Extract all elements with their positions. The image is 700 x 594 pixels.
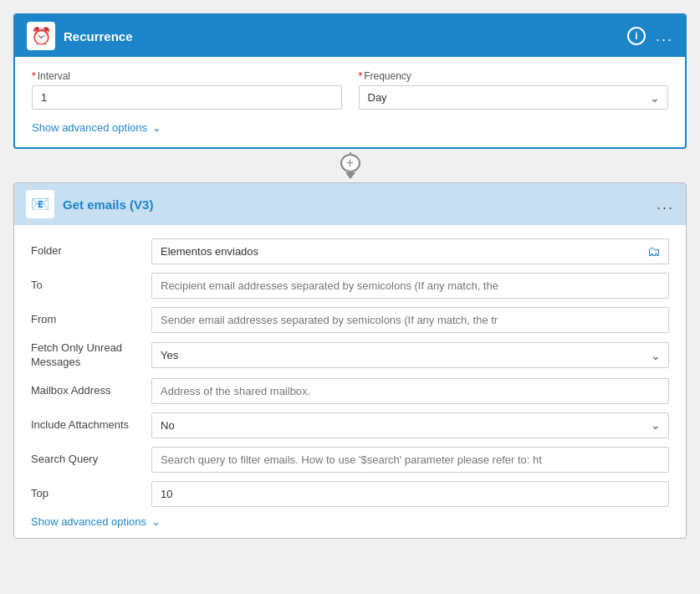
- recurrence-advanced-chevron-icon: ⌄: [152, 121, 161, 134]
- fetch-unread-select-wrapper: Yes No ⌄: [151, 342, 669, 368]
- get-emails-icon-box: 📧: [26, 190, 54, 218]
- search-query-control: [151, 447, 669, 473]
- plus-icon: +: [346, 156, 354, 171]
- frequency-select[interactable]: Day Hour Minute Month Week: [359, 85, 669, 110]
- recurrence-header: ⏰ Recurrence i ...: [15, 15, 685, 57]
- get-emails-header-actions: ...: [657, 196, 674, 213]
- mailbox-input[interactable]: [151, 378, 669, 404]
- to-input[interactable]: [151, 273, 669, 299]
- get-emails-show-advanced-button[interactable]: Show advanced options ⌄: [31, 515, 161, 528]
- recurrence-body: *Interval *Frequency Day Hour Minute Mon…: [15, 57, 685, 147]
- top-input[interactable]: [151, 481, 669, 507]
- to-row: To: [31, 273, 669, 299]
- include-attachments-label: Include Attachments: [31, 418, 140, 433]
- fetch-unread-label: Fetch Only Unread Messages: [31, 341, 140, 370]
- outlook-icon: 📧: [31, 195, 49, 213]
- interval-input[interactable]: [32, 85, 342, 110]
- fetch-unread-row: Fetch Only Unread Messages Yes No ⌄: [31, 341, 669, 370]
- connector: +: [13, 149, 687, 182]
- from-input[interactable]: [151, 307, 669, 333]
- search-query-label: Search Query: [31, 453, 140, 467]
- connector-arrow: [345, 172, 355, 179]
- from-row: From: [31, 307, 669, 333]
- search-query-row: Search Query: [31, 447, 669, 473]
- recurrence-header-left: ⏰ Recurrence: [27, 22, 133, 50]
- recurrence-fields-row: *Interval *Frequency Day Hour Minute Mon…: [32, 70, 668, 110]
- get-emails-header-left: 📧 Get emails (V3): [26, 190, 153, 218]
- add-step-button[interactable]: +: [340, 154, 360, 172]
- recurrence-show-advanced-label: Show advanced options: [32, 121, 147, 134]
- top-control: [151, 481, 669, 507]
- folder-label: Folder: [31, 244, 140, 259]
- recurrence-title: Recurrence: [64, 29, 133, 44]
- top-label: Top: [31, 487, 140, 501]
- get-emails-header: 📧 Get emails (V3) ...: [14, 183, 686, 225]
- get-emails-title: Get emails (V3): [63, 197, 153, 212]
- fetch-unread-select[interactable]: Yes No: [151, 342, 669, 368]
- mailbox-control: [151, 378, 669, 404]
- folder-control: 🗂: [151, 238, 669, 264]
- frequency-label: *Frequency: [359, 70, 669, 82]
- frequency-select-wrapper: Day Hour Minute Month Week ⌄: [359, 85, 669, 110]
- fetch-unread-control: Yes No ⌄: [151, 342, 669, 368]
- get-emails-card: 📧 Get emails (V3) ... Folder 🗂 To From: [13, 182, 687, 539]
- to-control: [151, 273, 669, 299]
- include-attachments-select[interactable]: No Yes: [151, 412, 669, 438]
- get-emails-show-advanced-label: Show advanced options: [31, 515, 146, 528]
- mailbox-label: Mailbox Address: [31, 384, 140, 398]
- interval-group: *Interval: [32, 70, 342, 110]
- mailbox-row: Mailbox Address: [31, 378, 669, 404]
- interval-required: *: [32, 70, 36, 82]
- include-attachments-row: Include Attachments No Yes ⌄: [31, 412, 669, 438]
- frequency-group: *Frequency Day Hour Minute Month Week ⌄: [359, 70, 669, 110]
- interval-label: *Interval: [32, 70, 342, 82]
- info-icon[interactable]: i: [627, 27, 646, 45]
- frequency-required: *: [359, 70, 363, 82]
- from-label: From: [31, 313, 140, 327]
- folder-row: Folder 🗂: [31, 238, 669, 264]
- recurrence-show-advanced-button[interactable]: Show advanced options ⌄: [32, 121, 161, 134]
- recurrence-header-actions: i ...: [627, 27, 673, 45]
- get-emails-more-button[interactable]: ...: [657, 196, 674, 213]
- folder-input[interactable]: [151, 238, 669, 264]
- to-label: To: [31, 279, 140, 293]
- recurrence-icon-box: ⏰: [27, 22, 55, 50]
- get-emails-body: Folder 🗂 To From Fetch Only Unread Messa…: [14, 225, 686, 538]
- folder-icon: 🗂: [647, 244, 661, 259]
- clock-icon: ⏰: [31, 26, 52, 46]
- from-control: [151, 307, 669, 333]
- include-attachments-select-wrapper: No Yes ⌄: [151, 412, 669, 438]
- recurrence-card: ⏰ Recurrence i ... *Interval *Frequency: [13, 13, 687, 149]
- recurrence-more-button[interactable]: ...: [656, 28, 673, 45]
- get-emails-show-advanced-container: Show advanced options ⌄: [31, 515, 669, 528]
- top-row: Top: [31, 481, 669, 507]
- search-query-input[interactable]: [151, 447, 669, 473]
- get-emails-advanced-chevron-icon: ⌄: [151, 515, 161, 528]
- include-attachments-control: No Yes ⌄: [151, 412, 669, 438]
